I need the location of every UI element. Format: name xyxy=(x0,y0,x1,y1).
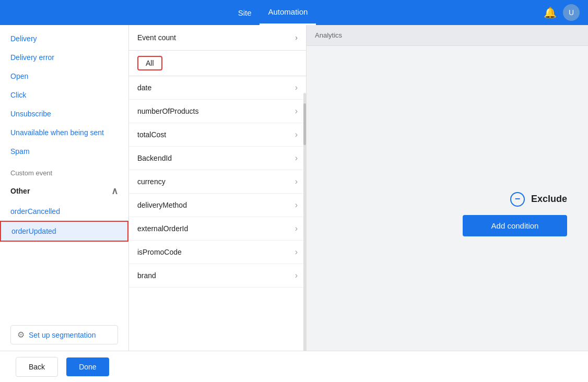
bottom-bar: Back Done xyxy=(0,351,588,382)
sidebar-item-open[interactable]: Open xyxy=(0,67,128,86)
nav-automation[interactable]: Automation xyxy=(260,0,316,25)
right-top-bar: Analytics xyxy=(307,25,588,46)
main-layout: Delivery Delivery error Open Click Unsub… xyxy=(0,25,588,382)
sidebar-item-ordercancelled[interactable]: orderCancelled xyxy=(0,202,128,221)
all-badge[interactable]: All xyxy=(137,56,162,70)
scroll-track xyxy=(303,93,306,382)
left-sidebar: Delivery Delivery error Open Click Unsub… xyxy=(0,25,129,382)
add-condition-button[interactable]: Add condition xyxy=(463,215,567,236)
sidebar-item-unavailable[interactable]: Unavailable when being sent xyxy=(0,123,128,142)
list-item-date[interactable]: date › xyxy=(129,76,306,100)
list-item-is-promo-code[interactable]: isPromoCode › xyxy=(129,241,306,264)
list-item-external-order-id[interactable]: externalOrderId › xyxy=(129,217,306,241)
sidebar-bottom: ⚙ Set up segmentation xyxy=(0,319,128,351)
back-button[interactable]: Back xyxy=(16,357,58,377)
nav-site[interactable]: Site xyxy=(230,0,260,25)
done-button[interactable]: Done xyxy=(66,357,109,376)
right-content: Analytics − Exclude Add condition xyxy=(307,25,588,382)
exclude-icon: − xyxy=(510,192,525,207)
chevron-up-icon: ∧ xyxy=(111,185,118,197)
chevron-right-icon-products: › xyxy=(295,106,298,116)
gear-icon: ⚙ xyxy=(17,330,25,340)
chevron-right-icon-totalcost: › xyxy=(295,130,298,139)
chevron-right-icon-date: › xyxy=(295,83,298,92)
minus-icon: − xyxy=(515,194,521,205)
breadcrumb: Analytics xyxy=(315,31,342,39)
chevron-right-icon-promo: › xyxy=(295,247,298,257)
sidebar-item-click[interactable]: Click xyxy=(0,86,128,104)
list-item-currency[interactable]: currency › xyxy=(129,170,306,194)
list-item-date-label: date xyxy=(137,83,151,92)
chevron-right-icon-external: › xyxy=(295,224,298,233)
sidebar-group-other[interactable]: Other ∧ xyxy=(0,180,128,202)
list-item-is-promo-code-label: isPromoCode xyxy=(137,248,182,256)
dropdown-top: Event count › xyxy=(129,25,306,51)
list-item-total-cost-label: totalCost xyxy=(137,130,166,139)
chevron-right-icon-event: › xyxy=(295,33,298,42)
setup-segmentation-button[interactable]: ⚙ Set up segmentation xyxy=(10,325,118,344)
dropdown-panel: Event count › All date › numberOfProduct… xyxy=(129,25,307,382)
event-count-label: Event count xyxy=(137,33,176,42)
list-item-delivery-method-label: deliveryMethod xyxy=(137,201,187,209)
sidebar-item-spam[interactable]: Spam xyxy=(0,142,128,161)
list-item-brand[interactable]: brand › xyxy=(129,264,306,288)
exclude-label: Exclude xyxy=(531,194,567,205)
list-item-brand-label: brand xyxy=(137,271,156,280)
sidebar-item-delivery[interactable]: Delivery xyxy=(0,29,128,48)
user-avatar[interactable]: U xyxy=(563,4,580,21)
chevron-right-icon-currency: › xyxy=(295,177,298,186)
all-badge-row: All xyxy=(129,51,306,76)
top-nav: Site Automation 🔔 U xyxy=(0,0,588,25)
right-main: − Exclude Add condition xyxy=(307,46,588,382)
list-item-total-cost[interactable]: totalCost › xyxy=(129,123,306,147)
chevron-right-icon-brand: › xyxy=(295,271,298,280)
list-item-number-of-products-label: numberOfProducts xyxy=(137,107,199,115)
scroll-thumb[interactable] xyxy=(303,103,306,145)
notification-icon[interactable]: 🔔 xyxy=(537,6,563,19)
list-item-number-of-products[interactable]: numberOfProducts › xyxy=(129,100,306,123)
event-count-row[interactable]: Event count › xyxy=(137,31,298,44)
exclude-row: − Exclude xyxy=(510,192,567,207)
dropdown-list: date › numberOfProducts › totalCost › Ba… xyxy=(129,76,306,382)
chevron-right-icon-delivery: › xyxy=(295,200,298,210)
list-item-backend-id[interactable]: BackendId › xyxy=(129,147,306,170)
list-item-currency-label: currency xyxy=(137,177,166,186)
custom-event-label: Custom event xyxy=(0,161,128,180)
chevron-right-icon-backendid: › xyxy=(295,153,298,163)
sidebar-group-other-label: Other xyxy=(10,187,30,195)
sidebar-item-orderupdated[interactable]: orderUpdated xyxy=(0,221,128,242)
setup-seg-label: Set up segmentation xyxy=(29,331,96,339)
list-item-delivery-method[interactable]: deliveryMethod › xyxy=(129,194,306,217)
list-item-backend-id-label: BackendId xyxy=(137,154,172,162)
sidebar-item-delivery-error[interactable]: Delivery error xyxy=(0,48,128,67)
sidebar-item-unsubscribe[interactable]: Unsubscribe xyxy=(0,104,128,123)
list-item-external-order-id-label: externalOrderId xyxy=(137,224,188,233)
